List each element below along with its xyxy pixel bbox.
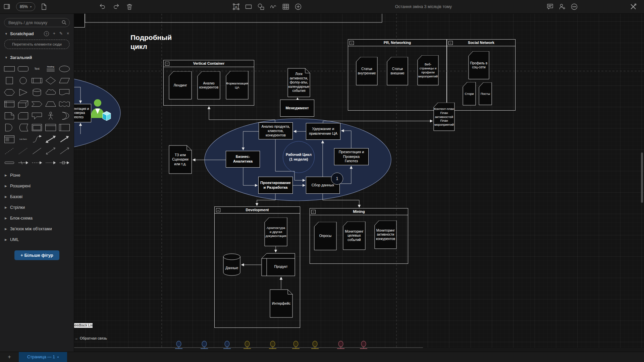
zoom-dropdown[interactable]: 85% ▾: [16, 2, 35, 11]
competitor-analysis[interactable]: Анализ конкурентов: [197, 71, 220, 100]
competitor-activity-monitoring[interactable]: Мониторинг активности конкурентов: [374, 221, 397, 249]
surveys[interactable]: Опросы: [314, 222, 337, 250]
insert-plus-icon[interactable]: [294, 3, 302, 11]
palette-shape-parallelogram[interactable]: [57, 75, 71, 86]
palette-shape-container[interactable]: [30, 122, 44, 133]
palette-shape-heading[interactable]: Heading: [44, 63, 57, 75]
product-cube[interactable]: Продукт: [261, 253, 295, 276]
palette-shape-directional-connector[interactable]: [57, 145, 71, 157]
sidebar-section-1[interactable]: ▶Різне: [0, 170, 74, 181]
stories[interactable]: Стори: [463, 82, 476, 106]
collapse-icon[interactable]: [216, 208, 220, 212]
insert-table-icon[interactable]: [282, 3, 290, 11]
palette-shape-list[interactable]: [3, 133, 16, 145]
palette-shape-hexagon[interactable]: [3, 86, 16, 98]
badge-1[interactable]: 1: [331, 173, 343, 185]
insert-text-icon[interactable]: A: [232, 3, 240, 11]
collapse-icon[interactable]: [165, 62, 169, 66]
web-pages[interactable]: Веб- страницы и профили мероприятий: [417, 55, 439, 85]
palette-shape-curve[interactable]: [30, 133, 44, 145]
palette-shape-square[interactable]: [3, 75, 16, 86]
palette-shape-cylinder[interactable]: [30, 86, 44, 98]
activity-logs[interactable]: Логи активности, фолоу-апы, календарные …: [287, 68, 310, 97]
insert-rectangle-icon[interactable]: [245, 3, 253, 11]
palette-shape-diamond[interactable]: [44, 75, 57, 86]
palette-shape-rounded-rectangle[interactable]: [16, 63, 30, 75]
palette-shape-ellipse[interactable]: [57, 63, 71, 75]
palette-shape-arrow-link[interactable]: [16, 157, 30, 169]
diagram-canvas[interactable]: Подробный циклVertical ContainerЛендингА…: [0, 0, 644, 352]
content-plan[interactable]: Контент-план План активностей План мероп…: [433, 103, 455, 131]
palette-shape-link[interactable]: [3, 157, 16, 169]
palette-shape-step[interactable]: [30, 98, 44, 110]
interface-note[interactable]: Интерфейс: [270, 289, 293, 318]
close-icon[interactable]: ×: [67, 31, 69, 36]
sidebar-section-3[interactable]: ▶Базові: [0, 191, 74, 202]
help-icon[interactable]: ?: [44, 31, 49, 36]
add-page-button[interactable]: +: [0, 352, 19, 362]
palette-shape-process[interactable]: [30, 75, 44, 86]
sidebar-section-7[interactable]: ▶UML: [0, 234, 74, 245]
palette-shape-rectangle[interactable]: [3, 63, 16, 75]
social-profile[interactable]: Профиль в соц-сети: [468, 51, 489, 79]
vertical-scrollbar[interactable]: [641, 153, 643, 203]
palette-shape-bidirectional-connector[interactable]: [44, 145, 57, 157]
landing[interactable]: Лендинг: [169, 71, 192, 100]
palette-shape-line[interactable]: [30, 145, 44, 157]
design-development[interactable]: Проектирование и Разработка: [258, 177, 293, 194]
comments-icon[interactable]: [546, 3, 554, 11]
insert-freehand-icon[interactable]: [269, 3, 277, 11]
palette-shape-internal-storage[interactable]: [3, 98, 16, 110]
team-icon[interactable]: [89, 99, 111, 123]
delete-icon[interactable]: [125, 3, 133, 11]
shape-search-input[interactable]: [4, 18, 70, 27]
add-collaborator-icon[interactable]: [558, 3, 566, 11]
palette-shape-circle[interactable]: [16, 75, 30, 86]
ca-formalization[interactable]: Формализация ЦА: [226, 71, 249, 100]
retention[interactable]: Удержание и привлечение ЦА: [306, 123, 340, 140]
feedback-chip[interactable]: Feedback Loop++: [72, 323, 93, 328]
sidebar-section-2[interactable]: ▶Розширені: [0, 181, 74, 191]
page-outline-icon[interactable]: [40, 3, 48, 11]
work-cycle-circle[interactable]: Рабочий Цикл (1 неделя): [283, 141, 315, 173]
palette-shape-dotted-line[interactable]: [16, 145, 30, 157]
sidebar-section-6[interactable]: ▶Зв'язок між об'єктами: [0, 224, 74, 234]
palette-shape-and[interactable]: [3, 122, 16, 133]
collapse-icon[interactable]: [448, 41, 453, 45]
palette-shape-arrow[interactable]: [57, 133, 71, 145]
shapes-panel-toggle-icon[interactable]: [3, 3, 11, 11]
business-analytics[interactable]: Бизнес-Аналитика: [226, 151, 260, 168]
palette-shape-bidirectional-arrow[interactable]: [44, 133, 57, 145]
palette-shape-cube[interactable]: [16, 98, 30, 110]
data-cylinder[interactable]: Данные: [223, 253, 240, 276]
palette-shape-dashed-arrow[interactable]: [30, 157, 44, 169]
palette-shape-card[interactable]: [16, 110, 30, 122]
articles-external[interactable]: Статьи внешние: [387, 57, 408, 85]
palette-shape-callout[interactable]: [30, 110, 44, 122]
more-shapes-button[interactable]: + Більше фігур: [14, 250, 59, 260]
posts[interactable]: Посты: [479, 82, 492, 105]
palette-shape-actor[interactable]: [44, 110, 57, 122]
palette-shape-trapezoid[interactable]: [44, 98, 57, 110]
edit-icon[interactable]: ✎: [59, 31, 63, 36]
palette-shape-vertical-container[interactable]: [57, 122, 71, 133]
palette-shape-connector-symbol[interactable]: [57, 157, 71, 169]
sidebar-section-4[interactable]: ▶Стрілки: [0, 202, 74, 213]
target-events-monitoring[interactable]: Мониторинг целевых событий: [343, 222, 366, 250]
palette-shape-dashed-line[interactable]: [3, 145, 16, 157]
palette-shape-triangle[interactable]: [16, 86, 30, 98]
tz-scenarios[interactable]: ТЗ или Сценарии или т.д.: [169, 145, 192, 174]
management[interactable]: Менеджмент: [280, 100, 314, 117]
articles-internal[interactable]: Статьи внутренние: [356, 57, 378, 85]
palette-shape-tape[interactable]: [57, 98, 71, 110]
scratchpad-drop-area[interactable]: Перетягніть елементи сюди: [4, 40, 69, 49]
palette-shape-or[interactable]: [57, 110, 71, 122]
page-tab[interactable]: Страница — 1 ▾: [19, 352, 67, 362]
palette-shape-document[interactable]: [57, 86, 71, 98]
architecture-docs[interactable]: Архитектура и другая документация: [264, 218, 287, 246]
sketch-edit-icon[interactable]: [629, 3, 637, 11]
collapse-icon[interactable]: [311, 210, 316, 214]
sidebar-section-0[interactable]: ▼Загальний: [0, 52, 74, 63]
insert-shape-icon[interactable]: [257, 3, 265, 11]
palette-shape-text[interactable]: Text: [30, 63, 44, 75]
